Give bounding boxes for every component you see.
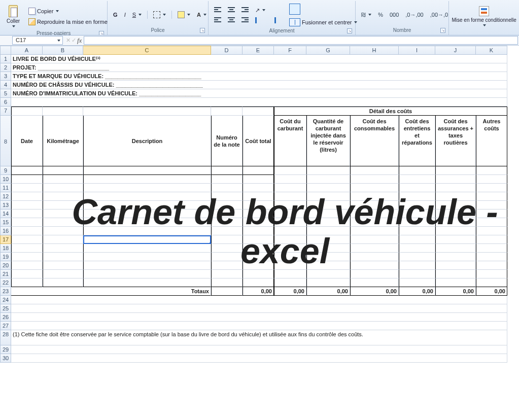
cell-H15[interactable] — [350, 218, 399, 227]
row-header-27[interactable]: 27 — [0, 322, 11, 330]
font-color-button[interactable]: A — [194, 10, 211, 19]
cell-D20[interactable] — [211, 261, 243, 270]
cell-A27[interactable] — [11, 322, 507, 330]
cell-J23[interactable]: 0,00 — [435, 287, 476, 296]
cell-B10[interactable] — [43, 175, 83, 184]
wrap-text-button[interactable] — [287, 2, 360, 16]
row-header-16[interactable]: 16 — [0, 227, 11, 235]
conditional-formatting-button[interactable]: Mise en forme conditionnelle — [452, 2, 516, 30]
row-header-11[interactable]: 11 — [0, 184, 11, 192]
row-header-26[interactable]: 26 — [0, 313, 11, 322]
align-left-button[interactable] — [212, 16, 224, 25]
cell-C19[interactable] — [83, 253, 211, 261]
cell-A20[interactable] — [11, 261, 43, 270]
row-header-28[interactable]: 28 — [0, 330, 11, 345]
cell-B21[interactable] — [43, 270, 83, 278]
col-header-A[interactable]: A — [11, 46, 43, 55]
col-header-D[interactable]: D — [211, 46, 243, 55]
cell-J16[interactable] — [435, 227, 476, 235]
cell-I23[interactable]: 0,00 — [399, 287, 435, 296]
hdr-note[interactable]: Numéro de la note — [211, 116, 243, 166]
cell-A2[interactable]: PROJET: _______________________ — [11, 63, 507, 72]
percent-button[interactable]: % — [375, 10, 386, 20]
cell-K15[interactable] — [476, 218, 507, 227]
cell-B16[interactable] — [43, 227, 83, 235]
dialog-launcher[interactable]: ↘ — [347, 28, 352, 33]
cell-J20[interactable] — [435, 261, 476, 270]
cell-E18[interactable] — [243, 244, 274, 253]
cell-E16[interactable] — [243, 227, 274, 235]
cell-I16[interactable] — [399, 227, 435, 235]
cell-K20[interactable] — [476, 261, 507, 270]
cell-G16[interactable] — [306, 227, 350, 235]
cell-K16[interactable] — [476, 227, 507, 235]
cell-H13[interactable] — [350, 201, 399, 209]
cell-I19[interactable] — [399, 253, 435, 261]
cell-C13[interactable] — [83, 201, 211, 209]
cell-D22[interactable] — [211, 278, 243, 287]
cell-A11[interactable] — [11, 184, 43, 192]
col-header-C[interactable]: C — [83, 46, 211, 55]
cell-I14[interactable] — [399, 209, 435, 218]
cell-F14[interactable] — [274, 209, 306, 218]
cell-K9[interactable] — [476, 166, 507, 175]
cell-E14[interactable] — [243, 209, 274, 218]
hdr-km[interactable]: Kilométrage — [43, 116, 83, 166]
row-header-19[interactable]: 19 — [0, 253, 11, 261]
cell-H21[interactable] — [350, 270, 399, 278]
cell-D13[interactable] — [211, 201, 243, 209]
cell-B12[interactable] — [43, 192, 83, 201]
cell-F13[interactable] — [274, 201, 306, 209]
cell-K12[interactable] — [476, 192, 507, 201]
cell-I10[interactable] — [399, 175, 435, 184]
cell-A24[interactable] — [11, 296, 507, 304]
cell-C11[interactable] — [83, 184, 211, 192]
cell-G20[interactable] — [306, 261, 350, 270]
increase-indent-button[interactable] — [253, 16, 265, 25]
cell-I15[interactable] — [399, 218, 435, 227]
cell-F16[interactable] — [274, 227, 306, 235]
cell-I18[interactable] — [399, 244, 435, 253]
cell-G23[interactable]: 0,00 — [306, 287, 350, 296]
cell-C17[interactable] — [83, 235, 211, 244]
bold-button[interactable]: G — [111, 10, 120, 19]
cell-B9[interactable] — [43, 166, 83, 175]
cell-G10[interactable] — [306, 175, 350, 184]
cell-F15[interactable] — [274, 218, 306, 227]
cell-footnote[interactable]: (1) Cette fiche doit être conservée par … — [11, 330, 507, 345]
cell-G18[interactable] — [306, 244, 350, 253]
row-header-22[interactable]: 22 — [0, 278, 11, 287]
cell-J15[interactable] — [435, 218, 476, 227]
cell-A26[interactable] — [11, 313, 507, 322]
row-header-10[interactable]: 10 — [0, 175, 11, 184]
cell-H14[interactable] — [350, 209, 399, 218]
cell-A21[interactable] — [11, 270, 43, 278]
cell-A25[interactable] — [11, 304, 507, 313]
cell-E7[interactable] — [243, 107, 274, 116]
cell-D7[interactable] — [211, 107, 243, 116]
row-header-3[interactable]: 3 — [0, 72, 11, 81]
cell-F19[interactable] — [274, 253, 306, 261]
cell-D18[interactable] — [211, 244, 243, 253]
formula-input[interactable] — [84, 36, 518, 45]
row-header-23[interactable]: 23 — [0, 287, 11, 296]
cell-F17[interactable] — [274, 235, 306, 244]
cell-E22[interactable] — [243, 278, 274, 287]
cell-A4[interactable]: NUMÉRO DE CHÂSSIS DU VÉHICULE: _________… — [11, 81, 507, 89]
cell-E12[interactable] — [243, 192, 274, 201]
row-header-18[interactable]: 18 — [0, 244, 11, 253]
row-header-2[interactable]: 2 — [0, 63, 11, 72]
increase-decimal-button[interactable]: ,0→,00 — [403, 10, 426, 20]
align-center-button[interactable] — [225, 16, 237, 25]
col-header-F[interactable]: F — [274, 46, 306, 55]
cell-G12[interactable] — [306, 192, 350, 201]
hdr-date[interactable]: Date — [11, 116, 43, 166]
row-header-20[interactable]: 20 — [0, 261, 11, 270]
cell-A10[interactable] — [11, 175, 43, 184]
cell-I17[interactable] — [399, 235, 435, 244]
cell-A30[interactable] — [11, 354, 507, 363]
cell-H9[interactable] — [350, 166, 399, 175]
row-header-7[interactable]: 7 — [0, 107, 11, 116]
copy-button[interactable]: Copier — [26, 6, 110, 16]
cell-K14[interactable] — [476, 209, 507, 218]
